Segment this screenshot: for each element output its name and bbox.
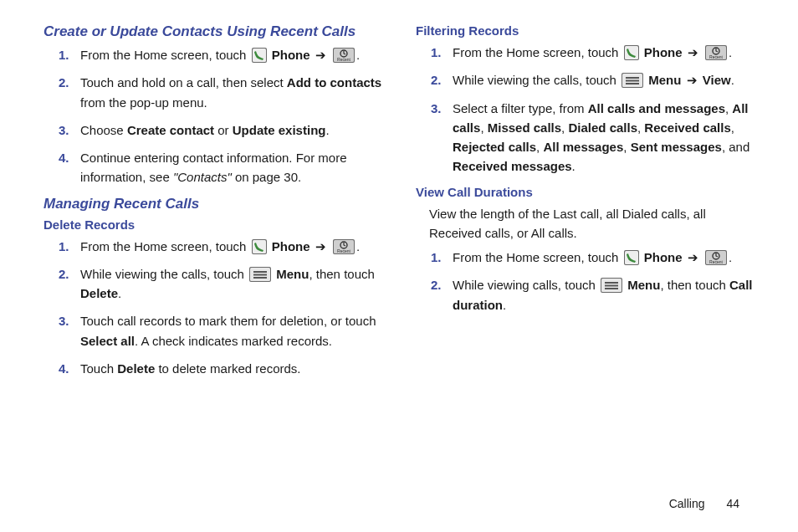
text: , then touch — [309, 267, 374, 281]
text: . — [503, 298, 506, 312]
text: Missed calls — [488, 120, 561, 135]
arrow-icon: ➔ — [314, 239, 328, 253]
text: Create contact — [127, 123, 214, 137]
text: While viewing calls, touch — [453, 278, 599, 292]
text: From the Home screen, touch — [80, 239, 250, 253]
text: "Contacts" — [173, 170, 232, 184]
text: Touch — [80, 361, 117, 376]
create-step-4: Continue entering contact information. F… — [80, 148, 382, 187]
text: , then touch — [660, 278, 729, 292]
recent-icon — [705, 45, 727, 60]
filter-step-3: Select a filter type, from All calls and… — [453, 99, 755, 176]
delete-steps: From the Home screen, touch Phone ➔ . Wh… — [43, 237, 382, 379]
recent-icon — [705, 250, 727, 265]
heading-managing: Managing Recent Calls — [43, 196, 382, 212]
text: Delete — [80, 286, 118, 300]
filter-step-2: While viewing the calls, touch Menu ➔ Vi… — [453, 70, 755, 90]
text: , and — [722, 140, 749, 154]
phone-icon — [624, 45, 639, 60]
phone-icon — [252, 48, 267, 63]
text: View — [703, 73, 731, 87]
text: . — [572, 159, 575, 173]
text: While viewing the calls, touch — [80, 267, 248, 281]
delete-step-4: Touch Delete to delete marked records. — [80, 359, 382, 378]
phone-icon — [252, 239, 267, 254]
recent-icon — [333, 48, 355, 63]
text: Choose — [80, 123, 127, 137]
text: . — [118, 286, 121, 300]
text: , — [623, 140, 630, 154]
delete-step-3: Touch call records to mark them for dele… — [80, 311, 382, 350]
phone-label: Phone — [644, 250, 683, 264]
text: . — [731, 73, 734, 87]
text: Update existing — [233, 123, 326, 137]
filter-step-1: From the Home screen, touch Phone ➔ . — [453, 43, 755, 62]
text: Select a filter type, from — [453, 101, 588, 115]
text: Received messages — [453, 159, 572, 173]
create-step-2: Touch and hold on a call, then select Ad… — [80, 73, 382, 112]
text: Rejected calls — [453, 140, 536, 154]
delete-step-1: From the Home screen, touch Phone ➔ . — [80, 237, 382, 256]
text: Add to contacts — [287, 75, 381, 90]
footer-section: Calling — [669, 497, 705, 510]
arrow-icon: ➔ — [314, 48, 328, 62]
arrow-icon: ➔ — [686, 45, 700, 59]
text: All messages — [543, 140, 623, 154]
text: Received calls — [644, 120, 730, 135]
heading-filtering: Filtering Records — [416, 23, 755, 38]
page-footer: Calling 44 — [669, 497, 739, 510]
menu-label: Menu — [627, 278, 660, 292]
text: . — [325, 123, 329, 137]
menu-icon — [622, 73, 643, 88]
arrow-icon: ➔ — [685, 73, 699, 87]
text: , — [480, 120, 487, 135]
phone-label: Phone — [272, 239, 310, 253]
duration-step-2: While viewing calls, touch Menu, then to… — [453, 275, 755, 315]
left-column: Create or Update Contacts Using Recent C… — [43, 23, 382, 386]
text: All calls and messages — [588, 101, 725, 115]
text: from the pop-up menu. — [80, 95, 207, 110]
filter-steps: From the Home screen, touch Phone ➔ . Wh… — [416, 43, 755, 176]
arrow-icon: ➔ — [686, 250, 700, 264]
view-durations-intro: View the length of the Last call, all Di… — [429, 204, 755, 243]
text: or — [214, 123, 233, 137]
text: , — [731, 120, 734, 135]
text: . — [356, 48, 360, 62]
menu-icon — [601, 278, 622, 293]
text: . — [356, 239, 360, 253]
text: Dialed calls — [568, 120, 637, 135]
duration-step-1: From the Home screen, touch Phone ➔ . — [453, 248, 755, 267]
right-column: Filtering Records From the Home screen, … — [416, 23, 755, 386]
text: on page 30. — [232, 170, 301, 184]
footer-page-number: 44 — [726, 497, 739, 510]
phone-icon — [624, 250, 639, 265]
text: From the Home screen, touch — [453, 250, 622, 264]
text: From the Home screen, touch — [453, 45, 622, 59]
heading-create-update: Create or Update Contacts Using Recent C… — [43, 23, 382, 40]
text: . — [729, 45, 732, 59]
text: Touch and hold on a call, then select — [80, 75, 287, 90]
menu-icon — [249, 267, 271, 282]
phone-label: Phone — [272, 48, 310, 62]
duration-steps: From the Home screen, touch Phone ➔ . Wh… — [416, 248, 755, 315]
page-columns: Create or Update Contacts Using Recent C… — [43, 23, 755, 386]
text: From the Home screen, touch — [80, 48, 250, 62]
create-step-1: From the Home screen, touch Phone ➔ . — [80, 45, 382, 64]
create-step-3: Choose Create contact or Update existing… — [80, 120, 382, 140]
menu-label: Menu — [648, 73, 681, 87]
recent-icon — [333, 239, 355, 254]
delete-step-2: While viewing the calls, touch Menu, the… — [80, 264, 382, 304]
text: Delete — [117, 361, 155, 376]
phone-label: Phone — [644, 45, 683, 59]
text: Sent messages — [631, 140, 722, 154]
create-steps: From the Home screen, touch Phone ➔ . To… — [43, 45, 382, 187]
menu-label: Menu — [276, 267, 309, 281]
text: to delete marked records. — [155, 361, 300, 376]
heading-delete-records: Delete Records — [43, 217, 382, 232]
heading-view-durations: View Call Durations — [416, 185, 755, 199]
text: . A check indicates marked records. — [135, 334, 332, 348]
text: Touch call records to mark them for dele… — [80, 314, 376, 328]
text: . — [729, 250, 732, 264]
text: While viewing the calls, touch — [453, 73, 620, 87]
text: Select all — [80, 334, 135, 348]
